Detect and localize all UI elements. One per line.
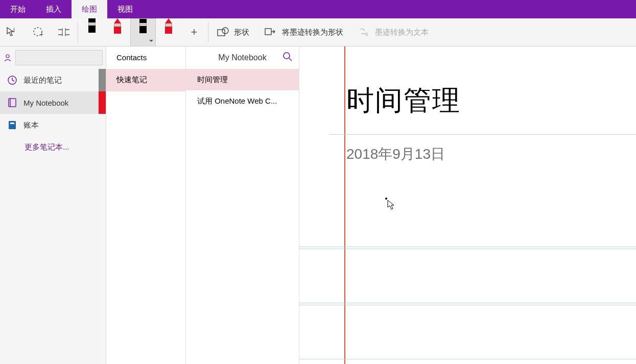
page-date: 2018年9月13日 [346,144,445,164]
nav-ledger[interactable]: 账本 [0,114,106,136]
lasso-tool[interactable]: + [26,18,51,46]
svg-point-9 [222,28,228,34]
svg-rect-5 [62,28,65,36]
search-icon[interactable] [282,52,293,64]
tab-view[interactable]: 视图 [107,0,143,18]
ribbon-draw: I + + [0,18,636,46]
notebook-nav: 最近的笔记 My Notebook 账本 更多笔记本... [0,46,106,364]
more-notebooks-link[interactable]: 更多笔记本... [0,136,106,158]
nav-my-notebook[interactable]: My Notebook [0,91,106,114]
pen-red-1[interactable] [105,18,130,46]
eraser-tool[interactable] [51,18,77,46]
margin-rule [344,46,345,364]
ruled-line [299,359,636,359]
pen-black-marker-2[interactable] [130,18,156,46]
svg-rect-10 [265,29,271,35]
svg-point-12 [6,55,9,58]
book-icon [7,120,17,130]
nav-item-label: 账本 [23,120,39,130]
svg-text:I: I [13,27,15,33]
nav-item-label: 最近的笔记 [23,76,62,85]
section-color-tab [99,91,106,114]
nav-recent-notes[interactable]: 最近的笔记 [0,69,106,91]
notebook-icon [7,98,17,108]
separator [78,22,78,42]
tab-draw[interactable]: 绘图 [72,0,107,18]
svg-rect-16 [9,121,16,129]
title-underline [329,134,636,135]
section-color-tab [99,69,106,91]
text-select-tool[interactable]: I [0,18,26,46]
shapes-icon [217,27,229,38]
page-onenote-web[interactable]: 试用 OneNote Web C... [186,90,299,112]
page-title[interactable]: 时间管理 [346,82,461,119]
ink-to-shape-icon [264,27,277,38]
shapes-menu[interactable]: 形状 [209,18,256,46]
pen-gallery: + [79,18,207,46]
page-list-title: My Notebook [218,53,266,62]
section-quick-notes[interactable]: 快速笔记 [106,69,185,91]
ruled-line [299,249,636,249]
svg-text:a: a [365,31,368,37]
svg-rect-17 [10,123,14,124]
svg-point-18 [284,53,290,59]
pen-red-2[interactable] [156,18,181,46]
separator [208,22,208,42]
ink-to-shape-button[interactable]: 将墨迹转换为形状 [256,18,350,46]
clock-icon [7,75,17,85]
pen-black-marker-1[interactable] [79,18,105,46]
page-list: My Notebook 时间管理 试用 OneNote Web C... [186,46,299,364]
account-icon[interactable] [3,52,12,63]
ink-to-shape-label: 将墨迹转换为形状 [282,28,343,37]
ink-to-text-button: a 墨迹转换为文本 [350,18,436,46]
section-list: Contacts 快速笔记 [106,46,186,364]
page-time-management[interactable]: 时间管理 [186,69,299,90]
note-canvas[interactable]: 时间管理 2018年9月13日 [299,46,636,364]
page-list-header: My Notebook [186,46,299,69]
tab-home[interactable]: 开始 [0,0,36,18]
ink-to-text-icon: a [358,27,370,38]
ruled-line [299,305,636,305]
ruled-line [299,303,636,303]
cursor-icon [387,200,395,210]
nav-item-label: My Notebook [23,99,68,107]
svg-rect-8 [218,30,225,36]
notebook-search-input[interactable] [15,50,103,65]
ribbon-tabs: 开始 插入 绘图 视图 [0,0,636,18]
plus-icon: + [191,26,198,39]
svg-text:+: + [40,31,43,38]
shapes-label: 形状 [234,28,249,37]
tab-insert[interactable]: 插入 [36,0,72,18]
section-contacts[interactable]: Contacts [106,46,185,69]
svg-line-19 [289,58,292,61]
svg-rect-14 [9,99,16,107]
add-pen-button[interactable]: + [181,18,207,46]
ink-to-text-label: 墨迹转换为文本 [375,28,429,37]
ruled-line [299,247,636,247]
